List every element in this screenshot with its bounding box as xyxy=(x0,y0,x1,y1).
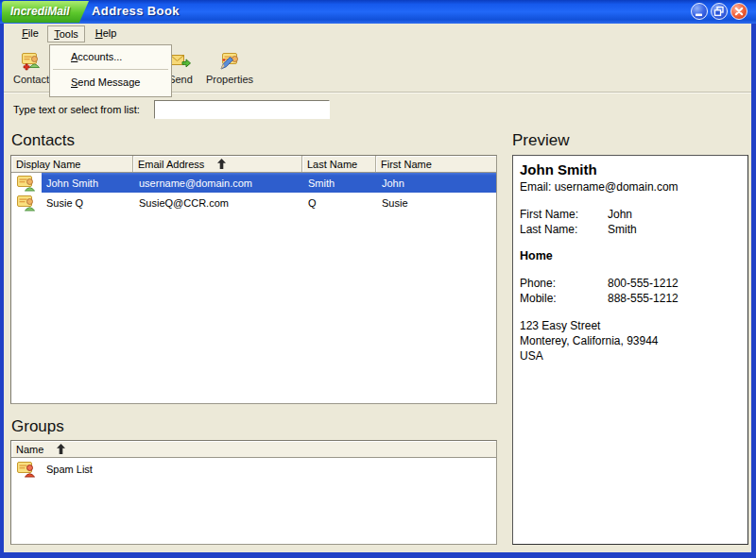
cell-last-name: Smith xyxy=(303,178,377,189)
window-title: Address Book xyxy=(92,4,180,18)
toolbar-button-label: Contact xyxy=(13,74,49,85)
contacts-heading: Contacts xyxy=(11,131,75,150)
preview-heading: Preview xyxy=(512,131,569,150)
title-bar[interactable]: IncrediMail Address Book xyxy=(0,0,756,24)
contact-card-icon xyxy=(11,175,42,192)
filter-input[interactable] xyxy=(154,100,330,119)
cell-email: username@domain.com xyxy=(134,178,303,189)
menu-tools[interactable]: Tools xyxy=(47,25,85,42)
menu-help[interactable]: Help xyxy=(89,25,123,42)
contact-row-john-smith[interactable]: John Smith username@domain.com Smith Joh… xyxy=(11,173,496,193)
cell-display-name: John Smith xyxy=(42,178,134,189)
preview-contact-name: John Smith xyxy=(520,161,741,178)
menu-item-send-message[interactable]: Send Message xyxy=(50,71,171,93)
address-line: USA xyxy=(520,348,741,364)
menu-file[interactable]: File xyxy=(15,25,45,42)
menu-separator xyxy=(53,69,168,70)
address-line: Monterey, California, 93944 xyxy=(520,333,741,348)
preview-field-phone: Phone: 800-555-1212 xyxy=(520,276,741,291)
column-header-group-name[interactable]: Name xyxy=(11,441,496,457)
preview-field-last-name: Last Name: Smith xyxy=(520,222,741,237)
address-book-window: IncrediMail Address Book xyxy=(0,0,756,558)
sort-ascending-icon xyxy=(57,444,65,454)
group-icon xyxy=(11,461,42,478)
preview-email: Email: username@domain.com xyxy=(520,180,741,194)
toolbar-button-label: Properties xyxy=(206,74,253,85)
properties-button[interactable]: Properties xyxy=(200,50,259,90)
tools-menu: Accounts... Send Message xyxy=(49,44,172,97)
column-header-last-name[interactable]: Last Name xyxy=(302,156,376,172)
column-header-email-address[interactable]: Email Address xyxy=(133,156,302,172)
send-icon xyxy=(169,50,192,71)
groups-heading: Groups xyxy=(11,417,64,436)
preview-section-home: Home xyxy=(520,249,741,262)
column-header-display-name[interactable]: Display Name xyxy=(11,156,133,172)
contact-add-icon xyxy=(20,50,43,71)
cell-first-name: John xyxy=(377,178,496,189)
filter-label: Type text or select from list: xyxy=(13,104,140,115)
group-row-spam-list[interactable]: Spam List xyxy=(11,458,496,480)
close-button[interactable] xyxy=(730,3,747,20)
cell-first-name: Susie xyxy=(377,197,496,209)
incredimail-logo: IncrediMail xyxy=(2,1,89,23)
menu-bar: File Tools Help xyxy=(4,24,751,44)
contact-row-susie-q[interactable]: Susie Q SusieQ@CCR.com Q Susie xyxy=(11,193,496,212)
preview-panel: John Smith Email: username@domain.com Fi… xyxy=(512,155,748,545)
minimize-icon xyxy=(692,4,707,19)
minimize-button[interactable] xyxy=(691,3,708,20)
menu-item-accounts[interactable]: Accounts... xyxy=(50,45,171,68)
contact-card-icon xyxy=(11,194,42,211)
contacts-header: Display Name Email Address Last Name Fir… xyxy=(11,156,496,173)
restore-icon xyxy=(712,4,727,19)
properties-icon xyxy=(218,50,241,71)
contacts-list: Display Name Email Address Last Name Fir… xyxy=(10,155,497,404)
close-icon xyxy=(731,4,747,19)
sort-ascending-icon xyxy=(217,159,226,169)
preview-address: 123 Easy Street Monterey, California, 93… xyxy=(520,318,741,364)
cell-last-name: Q xyxy=(303,197,377,209)
address-line: 123 Easy Street xyxy=(520,318,741,333)
column-header-first-name[interactable]: First Name xyxy=(376,156,496,172)
preview-field-mobile: Mobile: 888-555-1212 xyxy=(520,291,741,306)
groups-list: Name Spam List xyxy=(10,440,497,545)
cell-email: SusieQ@CCR.com xyxy=(134,197,303,209)
cell-display-name: Susie Q xyxy=(42,197,134,209)
maximize-button[interactable] xyxy=(711,3,728,20)
preview-field-first-name: First Name: John xyxy=(520,207,741,222)
groups-header: Name xyxy=(11,441,496,458)
window-content: File Tools Help Contact xyxy=(4,24,751,552)
cell-group-name: Spam List xyxy=(42,464,97,475)
logo-text: IncrediMail xyxy=(2,1,89,22)
window-controls xyxy=(691,3,747,20)
